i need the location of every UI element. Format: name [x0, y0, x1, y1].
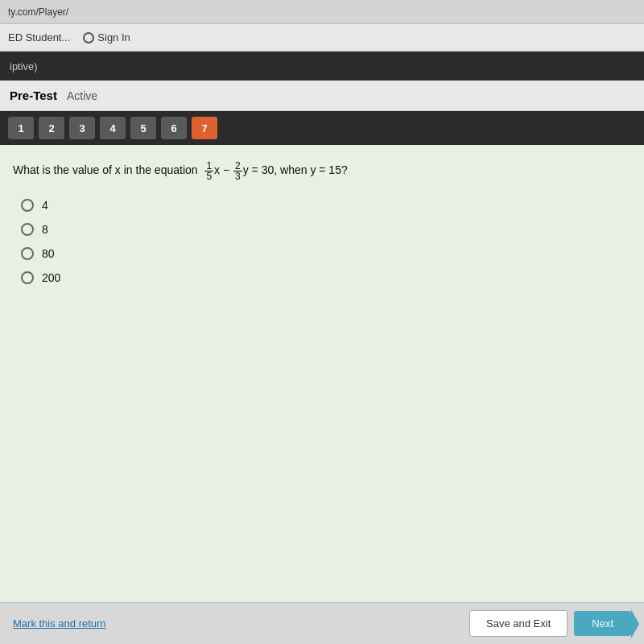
footer: Mark this and return Save and Exit Next	[0, 602, 644, 644]
question-text: What is the value of x in the equation 1…	[13, 161, 631, 181]
option-80-label: 80	[42, 247, 55, 260]
mark-return-link[interactable]: Mark this and return	[13, 617, 106, 630]
globe-icon	[83, 32, 94, 43]
active-label: Active	[67, 89, 97, 102]
save-exit-button[interactable]: Save and Exit	[469, 610, 568, 637]
option-80[interactable]: 80	[21, 247, 631, 260]
test-header: Pre-Test Active	[0, 80, 644, 111]
radio-80[interactable]	[21, 247, 34, 260]
sign-in-label[interactable]: Sign In	[97, 31, 130, 43]
question-nav-btn-6[interactable]: 6	[161, 117, 187, 139]
pre-test-label: Pre-Test	[10, 89, 57, 102]
question-nav-btn-1[interactable]: 1	[8, 117, 34, 139]
student-label: ED Student...	[8, 31, 70, 43]
radio-4[interactable]	[21, 199, 34, 212]
question-nav: 1234567	[0, 111, 644, 145]
question-nav-btn-5[interactable]: 5	[130, 117, 156, 139]
footer-buttons: Save and Exit Next	[469, 610, 631, 637]
option-8[interactable]: 8	[21, 223, 631, 236]
next-button[interactable]: Next	[574, 611, 631, 636]
option-4-label: 4	[42, 199, 48, 212]
sign-in-area[interactable]: Sign In	[83, 31, 130, 43]
header-subtitle: iptive)	[10, 60, 38, 72]
question-nav-btn-4[interactable]: 4	[100, 117, 126, 139]
browser-bar: ty.com/Player/	[0, 0, 644, 24]
main-content: What is the value of x in the equation 1…	[0, 145, 644, 612]
top-nav: ED Student... Sign In	[0, 24, 644, 52]
radio-8[interactable]	[21, 223, 34, 236]
equation-display: 15x − 23y = 30, when y = 15?	[200, 163, 347, 176]
header-bar: iptive)	[0, 52, 644, 80]
option-200[interactable]: 200	[21, 271, 631, 284]
option-8-label: 8	[42, 223, 48, 236]
answer-options: 4 8 80 200	[13, 199, 631, 284]
question-nav-btn-3[interactable]: 3	[69, 117, 95, 139]
option-4[interactable]: 4	[21, 199, 631, 212]
radio-200[interactable]	[21, 271, 34, 284]
question-text-before: What is the value of x in the equation	[13, 163, 198, 176]
question-nav-btn-7[interactable]: 7	[192, 117, 217, 139]
option-200-label: 200	[42, 271, 60, 284]
browser-url: ty.com/Player/	[8, 6, 68, 18]
question-nav-btn-2[interactable]: 2	[39, 117, 64, 139]
